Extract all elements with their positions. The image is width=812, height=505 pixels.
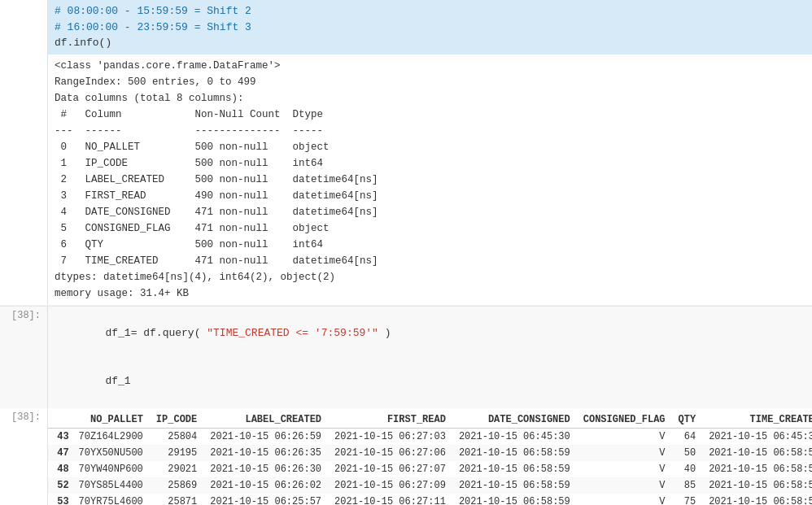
cell-first-read-47: 2021-10-15 06:27:06: [331, 445, 456, 461]
table-row: 47 70YX50NU500 29195 2021-10-15 06:26:35…: [48, 445, 812, 461]
df-output-cell: [38]: NO_PALLET IP_CODE LABEL_CREATED FI…: [0, 408, 812, 506]
cell-qty-47: 50: [675, 445, 706, 461]
cell-label-created-43: 2021-10-15 06:26:59: [207, 428, 331, 445]
cell-date-consigned-53: 2021-10-15 06:58:59: [456, 494, 580, 506]
cell-qty-48: 40: [675, 461, 706, 477]
info-line-11: 6 QTY 500 non-null int64: [55, 237, 805, 253]
cell-time-created-47: 2021-10-15 06:58:59: [705, 445, 812, 461]
cell-no-pallet-53: 70YR75L4600: [76, 494, 153, 506]
code-df-info: df.info(): [55, 37, 111, 49]
output-cell-info: <class 'pandas.core.frame.DataFrame'> Ra…: [0, 54, 812, 305]
query-var-name: df_1: [105, 375, 130, 387]
cell-first-read-52: 2021-10-15 06:27:09: [331, 477, 456, 494]
row-idx-43: 43: [48, 428, 76, 445]
cell-label-created-48: 2021-10-15 06:26:30: [207, 461, 331, 477]
cell-time-created-53: 2021-10-15 06:58:59: [705, 494, 812, 506]
table-row: 43 70Z164L2900 25804 2021-10-15 06:26:59…: [48, 428, 812, 445]
cell-date-consigned-47: 2021-10-15 06:58:59: [456, 445, 580, 461]
cell-first-read-48: 2021-10-15 06:27:07: [331, 461, 456, 477]
col-time-created: TIME_CREATED: [705, 411, 812, 429]
cell-time-created-52: 2021-10-15 06:58:59: [705, 477, 812, 494]
cell-consigned-flag-48: V: [580, 461, 675, 477]
cell-ip-code-47: 29195: [153, 445, 207, 461]
cell-date-consigned-43: 2021-10-15 06:45:30: [456, 428, 580, 445]
cell-number-empty: [0, 0, 47, 54]
row-idx-48: 48: [48, 461, 76, 477]
query-close-paren: ): [378, 327, 391, 339]
cell-qty-43: 64: [675, 428, 706, 445]
cell-consigned-flag-52: V: [580, 477, 675, 494]
info-line-7: 2 LABEL_CREATED 500 non-null datetime64[…: [55, 172, 805, 188]
dataframe-table: NO_PALLET IP_CODE LABEL_CREATED FIRST_RE…: [48, 411, 812, 506]
info-line-3: # Column Non-Null Count Dtype: [55, 107, 805, 123]
notebook-container: # 08:00:00 - 15:59:59 = Shift 2 # 16:00:…: [0, 0, 812, 505]
info-line-13: dtypes: datetime64[ns](4), int64(2), obj…: [55, 269, 805, 285]
col-date-consigned: DATE_CONSIGNED: [456, 411, 580, 429]
col-index: [48, 411, 76, 429]
table-row: 52 70YS85L4400 25869 2021-10-15 06:26:02…: [48, 477, 812, 494]
table-header-row: NO_PALLET IP_CODE LABEL_CREATED FIRST_RE…: [48, 411, 812, 429]
col-first-read: FIRST_READ: [331, 411, 456, 429]
info-line-8: 3 FIRST_READ 490 non-null datetime64[ns]: [55, 188, 805, 204]
cell-label-created-47: 2021-10-15 06:26:35: [207, 445, 331, 461]
query-var-line: df_1: [55, 357, 805, 405]
cell-label-created-53: 2021-10-15 06:25:57: [207, 494, 331, 506]
row-idx-52: 52: [48, 477, 76, 494]
info-output-area: <class 'pandas.core.frame.DataFrame'> Ra…: [47, 54, 812, 305]
cell-qty-52: 85: [675, 477, 706, 494]
info-line-4: --- ------ -------------- -----: [55, 123, 805, 139]
info-line-14: memory usage: 31.4+ KB: [55, 285, 805, 302]
query-cell-content[interactable]: df_1= df.query( "TIME_CREATED <= '7:59:5…: [47, 307, 812, 408]
code-cell-highlighted: # 08:00:00 - 15:59:59 = Shift 2 # 16:00:…: [0, 0, 812, 54]
cell-number-info: [0, 54, 47, 305]
cell-no-pallet-52: 70YS85L4400: [76, 477, 153, 494]
code-comment-1: # 08:00:00 - 15:59:59 = Shift 2: [55, 5, 251, 17]
cell-ip-code-48: 29021: [153, 461, 207, 477]
cell-no-pallet-43: 70Z164L2900: [76, 428, 153, 445]
info-line-12: 7 TIME_CREATED 471 non-null datetime64[n…: [55, 253, 805, 269]
col-label-created: LABEL_CREATED: [207, 411, 331, 429]
cell-first-read-43: 2021-10-15 06:27:03: [331, 428, 456, 445]
cell-first-read-53: 2021-10-15 06:27:11: [331, 494, 456, 506]
cell-time-created-43: 2021-10-15 06:45:30: [705, 428, 812, 445]
cell-qty-53: 75: [675, 494, 706, 506]
cell-no-pallet-48: 70YW40NP600: [76, 461, 153, 477]
code-line-3: df.info(): [55, 35, 805, 51]
query-code-line: df_1= df.query( "TIME_CREATED <= '7:59:5…: [55, 310, 805, 358]
code-comment-2: # 16:00:00 - 23:59:59 = Shift 3: [55, 21, 251, 33]
cell-ip-code-53: 25871: [153, 494, 207, 506]
query-string: "TIME_CREATED <= '7:59:59'": [207, 327, 378, 339]
table-row: 53 70YR75L4600 25871 2021-10-15 06:25:57…: [48, 494, 812, 506]
info-line-9: 4 DATE_CONSIGNED 471 non-null datetime64…: [55, 204, 805, 220]
df-table-area: NO_PALLET IP_CODE LABEL_CREATED FIRST_RE…: [47, 408, 812, 506]
row-idx-47: 47: [48, 445, 76, 461]
cell-code-content-highlighted[interactable]: # 08:00:00 - 15:59:59 = Shift 2 # 16:00:…: [47, 0, 812, 54]
table-row: 48 70YW40NP600 29021 2021-10-15 06:26:30…: [48, 461, 812, 477]
info-line-10: 5 CONSIGNED_FLAG 471 non-null object: [55, 220, 805, 237]
cell-number-38-input: [38]:: [0, 307, 47, 408]
cell-no-pallet-47: 70YX50NU500: [76, 445, 153, 461]
cell-date-consigned-52: 2021-10-15 06:58:59: [456, 477, 580, 494]
cell-consigned-flag-53: V: [580, 494, 675, 506]
cell-consigned-flag-47: V: [580, 445, 675, 461]
col-consigned-flag: CONSIGNED_FLAG: [580, 411, 675, 429]
cell-number-38-output: [38]:: [0, 408, 47, 506]
cell-ip-code-52: 25869: [153, 477, 207, 494]
cell-ip-code-43: 25804: [153, 428, 207, 445]
cell-time-created-48: 2021-10-15 06:58:59: [705, 461, 812, 477]
cell-date-consigned-48: 2021-10-15 06:58:59: [456, 461, 580, 477]
query-cell: [38]: df_1= df.query( "TIME_CREATED <= '…: [0, 306, 812, 408]
info-line-1: RangeIndex: 500 entries, 0 to 499: [55, 74, 805, 90]
info-line-2: Data columns (total 8 columns):: [55, 90, 805, 107]
cell-consigned-flag-43: V: [580, 428, 675, 445]
cell-label-created-52: 2021-10-15 06:26:02: [207, 477, 331, 494]
col-ip-code: IP_CODE: [153, 411, 207, 429]
info-line-5: 0 NO_PALLET 500 non-null object: [55, 139, 805, 155]
code-line-2: # 16:00:00 - 23:59:59 = Shift 3: [55, 20, 805, 36]
query-var-assign: df_1= df.query(: [105, 327, 207, 339]
col-no-pallet: NO_PALLET: [76, 411, 153, 429]
code-line-1: # 08:00:00 - 15:59:59 = Shift 2: [55, 3, 805, 20]
info-line-6: 1 IP_CODE 500 non-null int64: [55, 155, 805, 172]
col-qty: QTY: [675, 411, 706, 429]
row-idx-53: 53: [48, 494, 76, 506]
